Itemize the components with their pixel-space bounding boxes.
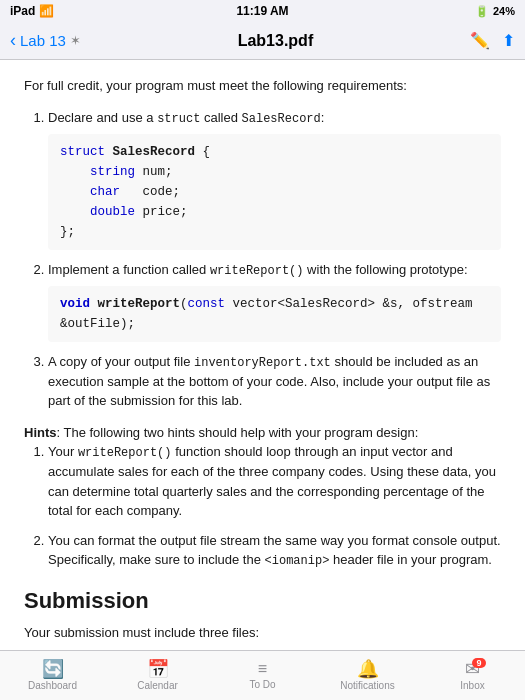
tab-inbox-label: Inbox: [460, 680, 484, 691]
hint-2: You can format the output file stream th…: [48, 531, 501, 571]
inbox-badge-container: ✉ 9: [465, 660, 480, 678]
status-left: iPad 📶: [10, 4, 54, 18]
tab-todo[interactable]: ≡ To Do: [210, 661, 315, 690]
inbox-badge: 9: [472, 658, 486, 668]
req1-text: Declare and use a struct called SalesRec…: [48, 110, 324, 125]
hints-title: Hints: [24, 425, 57, 440]
wifi-icon: 📶: [39, 4, 54, 18]
submission-title: Submission: [24, 584, 501, 617]
edit-icon[interactable]: ✏️: [470, 31, 490, 50]
tab-dashboard-label: Dashboard: [28, 680, 77, 691]
todo-icon: ≡: [258, 661, 267, 677]
battery-percent: 24%: [493, 5, 515, 17]
requirements-list: Declare and use a struct called SalesRec…: [24, 108, 501, 411]
tab-calendar-label: Calendar: [137, 680, 178, 691]
hint-1: Your writeReport() function should loop …: [48, 442, 501, 521]
share-icon[interactable]: ⬆: [502, 31, 515, 50]
req3-text: A copy of your output file inventoryRepo…: [48, 354, 490, 409]
pin-icon: ✶: [70, 33, 81, 48]
battery-icon: 🔋: [475, 5, 489, 18]
requirement-2: Implement a function called writeReport(…: [48, 260, 501, 342]
status-bar: iPad 📶 11:19 AM 🔋 24%: [0, 0, 525, 22]
hints-intro: Hints: The following two hints should he…: [24, 423, 501, 443]
nav-bar: ‹ Lab 13 ✶ Lab13.pdf ✏️ ⬆: [0, 22, 525, 60]
dashboard-icon: 🔄: [42, 660, 64, 678]
tab-bar: 🔄 Dashboard 📅 Calendar ≡ To Do 🔔 Notific…: [0, 650, 525, 700]
requirement-3: A copy of your output file inventoryRepo…: [48, 352, 501, 411]
notifications-icon: 🔔: [357, 660, 379, 678]
code-block-1: struct SalesRecord { string num; char co…: [48, 134, 501, 250]
hints-section: Hints: The following two hints should he…: [24, 423, 501, 571]
requirement-1: Declare and use a struct called SalesRec…: [48, 108, 501, 250]
req2-text: Implement a function called writeReport(…: [48, 262, 468, 277]
device-label: iPad: [10, 4, 35, 18]
nav-actions: ✏️ ⬆: [470, 31, 515, 50]
tab-notifications-label: Notifications: [340, 680, 394, 691]
hints-list: Your writeReport() function should loop …: [24, 442, 501, 570]
status-right: 🔋 24%: [475, 5, 515, 18]
tab-inbox[interactable]: ✉ 9 Inbox: [420, 660, 525, 691]
intro-text: For full credit, your program must meet …: [24, 76, 501, 96]
code-block-2: void writeReport(const vector<SalesRecor…: [48, 286, 501, 342]
submission-section: Submission Your submission must include …: [24, 584, 501, 650]
nav-back[interactable]: ‹ Lab 13 ✶: [10, 30, 81, 51]
content-area: For full credit, your program must meet …: [0, 60, 525, 650]
tab-calendar[interactable]: 📅 Calendar: [105, 660, 210, 691]
tab-notifications[interactable]: 🔔 Notifications: [315, 660, 420, 691]
calendar-icon: 📅: [147, 660, 169, 678]
submission-intro: Your submission must include three files…: [24, 623, 501, 643]
back-label[interactable]: Lab 13: [20, 32, 66, 49]
tab-dashboard[interactable]: 🔄 Dashboard: [0, 660, 105, 691]
nav-title: Lab13.pdf: [238, 32, 314, 50]
back-chevron-icon: ‹: [10, 30, 16, 51]
tab-todo-label: To Do: [249, 679, 275, 690]
status-time: 11:19 AM: [236, 4, 288, 18]
